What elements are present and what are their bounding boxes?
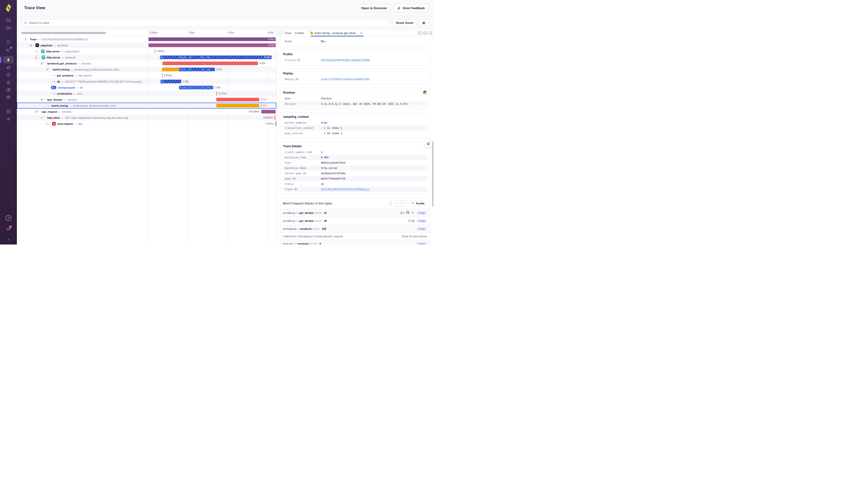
reset-zoom-button[interactable]: Reset Zoom bbox=[393, 19, 416, 27]
span-bar[interactable] bbox=[149, 37, 276, 41]
span-row[interactable]: 2+pageload—/products6.41s bbox=[17, 42, 276, 48]
sidebar-item-dashboards[interactable] bbox=[3, 86, 14, 93]
span-row[interactable]: 4⌃metric.timing—products.get_products.ex… bbox=[17, 66, 276, 73]
prev-stack-button[interactable]: ‹ bbox=[395, 201, 401, 206]
collapse-panel-icon[interactable]: › bbox=[278, 31, 282, 35]
performance-issue-icon[interactable]: ⚠ bbox=[207, 55, 210, 59]
span-tick[interactable] bbox=[275, 115, 275, 120]
performance-issue-icon[interactable]: ⚠ bbox=[201, 55, 204, 59]
performance-issue-icon[interactable]: ⚠ bbox=[183, 85, 186, 90]
layout-left-icon[interactable] bbox=[418, 32, 422, 34]
expand-value-icon[interactable]: › bbox=[321, 132, 322, 135]
pin-tab-icon[interactable] bbox=[360, 31, 363, 34]
span-bar[interactable] bbox=[162, 62, 258, 65]
expand-children-badge[interactable]: + bbox=[34, 50, 39, 53]
sentry-logo[interactable] bbox=[4, 3, 13, 12]
performance-issue-icon[interactable]: ⚠ bbox=[201, 85, 204, 90]
layout-right-icon[interactable] bbox=[429, 32, 432, 34]
span-bar[interactable] bbox=[161, 80, 181, 83]
sidebar-item-replays[interactable] bbox=[3, 71, 14, 79]
performance-issue-icon[interactable]: ⚠ bbox=[160, 55, 163, 59]
open-in-discover-button[interactable]: Open in Discover bbox=[357, 4, 391, 12]
expand-children-badge[interactable]: 2+ bbox=[29, 44, 33, 47]
span-row[interactable]: db—SELECT * FROM products WHERE id IN (S… bbox=[17, 79, 276, 84]
performance-issue-icon[interactable]: ⚠ bbox=[189, 67, 192, 71]
panel-scrollbar[interactable] bbox=[432, 141, 434, 207]
performance-issue-icon[interactable]: ⚠ bbox=[189, 85, 192, 90]
performance-issue-icon[interactable]: ⚠ bbox=[179, 85, 182, 90]
next-stack-button[interactable]: › bbox=[401, 201, 406, 206]
floating-feedback-button[interactable] bbox=[424, 139, 433, 148]
span-tick[interactable] bbox=[276, 121, 276, 126]
search-input[interactable] bbox=[29, 21, 388, 25]
sidebar-item-usage-stats[interactable] bbox=[3, 108, 14, 115]
stack-frame-row[interactable]: src/utils.pyinget_iteratorat line311In A… bbox=[280, 209, 430, 217]
help-icon[interactable]: ? bbox=[5, 215, 11, 221]
span-bar[interactable] bbox=[261, 110, 275, 113]
span-tick[interactable] bbox=[216, 91, 217, 96]
sidebar-item-releases[interactable] bbox=[3, 93, 14, 101]
expand-children-badge[interactable]: 5⌄ bbox=[51, 86, 56, 89]
search-box[interactable] bbox=[21, 19, 390, 27]
span-bar[interactable] bbox=[162, 67, 180, 71]
performance-issue-icon[interactable]: ⚠ bbox=[189, 55, 192, 59]
performance-issue-icon[interactable]: ⚠ bbox=[179, 55, 182, 59]
sidebar-item-stats[interactable] bbox=[3, 46, 14, 53]
span-row[interactable]: 2⌃/products.get_products—function4.83s bbox=[17, 60, 276, 66]
open-profile-button[interactable]: Profile bbox=[409, 200, 427, 207]
span-row[interactable]: 2⌄http.server—products⚠⚠⚠⚠⚠⚠5.55s bbox=[17, 54, 276, 60]
performance-issue-icon[interactable]: ⚠ bbox=[201, 67, 204, 71]
performance-issue-icon[interactable]: ⚠ bbox=[160, 79, 164, 84]
tab-profiles[interactable]: Profiles bbox=[295, 32, 304, 34]
span-row[interactable]: +http.server—organization1.00ms bbox=[17, 48, 276, 54]
span-row[interactable]: 1⌃/get_iterator—function2.17s bbox=[17, 96, 276, 103]
github-icon[interactable] bbox=[406, 211, 409, 215]
called-from-row[interactable]: Called from: flask/app.py in Flask.dispa… bbox=[280, 233, 430, 240]
span-row[interactable]: 1⌃/api_request—function709.80ms bbox=[17, 109, 276, 115]
expand-children-badge[interactable]: 1⌃ bbox=[40, 98, 45, 102]
shortcut-button[interactable]: ⌘ bbox=[419, 19, 429, 27]
stack-frame-row[interactable]: src/utils.pyinget_iteratorat line4016In … bbox=[280, 217, 430, 225]
span-row[interactable]: serialization—json0.27ms bbox=[17, 90, 276, 96]
span-row[interactable]: get_products—db.connect0.09ms bbox=[17, 73, 276, 79]
span-bar[interactable] bbox=[149, 44, 276, 47]
detail-link[interactable]: e31278c256524c3297e2cd12458e12cc bbox=[321, 188, 370, 191]
stacks-help-icon[interactable]: ? bbox=[389, 202, 392, 205]
expand-sidebar-icon[interactable]: › bbox=[8, 236, 9, 242]
tree-horizontal-scrollbar[interactable] bbox=[21, 32, 106, 34]
sidebar-item-alerts[interactable] bbox=[3, 79, 14, 86]
performance-issue-icon[interactable]: ⚠ bbox=[207, 85, 210, 90]
expand-children-badge[interactable]: + bbox=[45, 122, 50, 125]
sidebar-item-settings[interactable] bbox=[3, 115, 14, 123]
span-bar[interactable] bbox=[216, 98, 259, 102]
expand-children-badge[interactable]: 1⌃ bbox=[34, 110, 40, 113]
span-row[interactable]: 1⌃http.client—GET https://application-mo… bbox=[17, 115, 276, 121]
performance-issue-icon[interactable]: ⚠ bbox=[179, 67, 182, 71]
tab-trace[interactable]: Trace bbox=[284, 32, 291, 34]
expand-children-badge[interactable]: 1 bbox=[23, 37, 28, 41]
performance-issue-icon[interactable]: ⚠ bbox=[183, 67, 186, 71]
detail-link[interactable]: 8fb7bb1891994f8c862f206e8722009d bbox=[321, 59, 370, 62]
performance-issue-icon[interactable]: ⚠ bbox=[183, 55, 186, 59]
sidebar-item-whats-new[interactable] bbox=[3, 225, 14, 233]
sidebar-item-projects[interactable] bbox=[3, 24, 14, 31]
sidebar-item-feedback[interactable] bbox=[3, 63, 14, 71]
expand-children-badge[interactable]: 1⌃ bbox=[40, 116, 45, 119]
source-link-icon[interactable] bbox=[411, 211, 414, 215]
sidebar-item-search[interactable] bbox=[3, 38, 14, 46]
span-bar[interactable] bbox=[216, 104, 259, 107]
show-more-frames-link[interactable]: Show 19 more frames bbox=[401, 235, 427, 238]
expand-children-badge[interactable]: 4⌃ bbox=[45, 67, 51, 71]
sidebar-item-performance[interactable] bbox=[3, 56, 14, 63]
sidebar-item-issues[interactable] bbox=[3, 17, 14, 24]
expand-children-badge[interactable]: 2⌄ bbox=[34, 56, 40, 59]
tab-active-span[interactable]: metric.timing - products.get_iterat… bbox=[311, 30, 358, 36]
expand-children-badge[interactable]: 2⌃ bbox=[40, 62, 45, 65]
span-tick[interactable] bbox=[162, 73, 162, 78]
span-row[interactable]: metric.timing—products.get_iterator.exec… bbox=[17, 103, 276, 109]
give-feedback-button[interactable]: Give Feedback bbox=[393, 4, 429, 12]
span-tick[interactable] bbox=[155, 49, 155, 54]
detail-link[interactable]: ecae7c51f0024f2fa82e6314045d73b5 bbox=[321, 78, 370, 81]
stack-frame-row[interactable]: gunicornin<module>at line8In App bbox=[280, 240, 430, 244]
layout-bottom-icon[interactable] bbox=[424, 32, 427, 34]
